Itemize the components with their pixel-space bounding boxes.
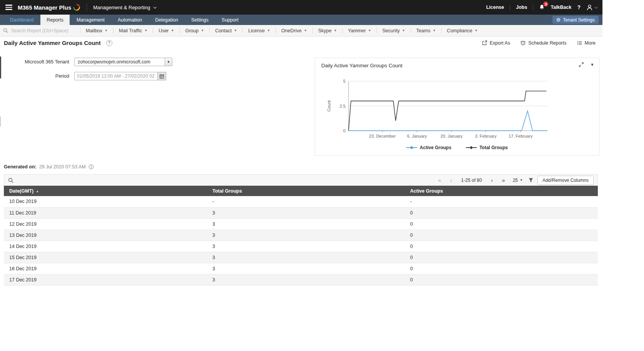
- report-table-body: 10 Dec 2019--11 Dec 20193012 Dec 2019301…: [4, 196, 598, 285]
- cell-active-groups: 0: [405, 252, 598, 263]
- cell-date-gmt: 14 Dec 2019: [4, 241, 207, 252]
- page-size-select[interactable]: 25 ▼: [511, 178, 524, 183]
- tab-settings[interactable]: Settings: [185, 15, 215, 25]
- report-menu-label: Mailbox: [86, 28, 102, 33]
- tab-dashboard[interactable]: Dashboard: [4, 15, 40, 25]
- collapsed-panel-handle-secondary[interactable]: [0, 116, 1, 126]
- table-row: 15 Dec 201930: [4, 252, 598, 263]
- module-switcher[interactable]: Management & Reporting: [93, 5, 156, 10]
- tab-reports[interactable]: Reports: [40, 15, 70, 25]
- cell-date-gmt: 16 Dec 2019: [4, 263, 207, 274]
- column-header-total-groups[interactable]: Total Groups: [207, 186, 405, 196]
- report-menu-teams[interactable]: Teams▼: [411, 28, 441, 33]
- report-menu-contact[interactable]: Contact▼: [210, 28, 242, 33]
- cell-date-gmt: 17 Dec 2019: [4, 274, 207, 285]
- gear-icon: ⚙: [556, 17, 561, 22]
- report-help-icon[interactable]: ?: [106, 40, 112, 46]
- next-page-button[interactable]: ›: [488, 176, 496, 184]
- jobs-link[interactable]: Jobs: [516, 5, 527, 10]
- cell-active-groups: 0: [405, 263, 598, 274]
- report-menu-mailbox[interactable]: Mailbox▼: [80, 28, 113, 33]
- export-as-button[interactable]: Export As: [482, 40, 511, 46]
- tab-delegation[interactable]: Delegation: [149, 15, 184, 25]
- search-input[interactable]: [10, 28, 80, 34]
- app-logo: M365 Manager Plus: [18, 4, 71, 11]
- prev-page-button[interactable]: ‹: [447, 176, 455, 184]
- legend-label: Active Groups: [420, 145, 451, 150]
- table-row: 13 Dec 201930: [4, 230, 598, 241]
- menu-icon[interactable]: [5, 5, 12, 10]
- calendar-button[interactable]: [158, 72, 166, 80]
- filter-icon[interactable]: [528, 178, 534, 183]
- top-bar: M365 Manager Plus Management & Reporting…: [0, 0, 602, 15]
- divider: [533, 5, 533, 10]
- expand-chart-icon[interactable]: [579, 62, 584, 67]
- tenant-select[interactable]: zohocorpwsmopm.onmicrosoft.com ▼: [74, 58, 172, 66]
- report-menu-user[interactable]: User▼: [153, 28, 179, 33]
- cell-date-gmt: 13 Dec 2019: [4, 230, 207, 241]
- schedule-reports-button[interactable]: Schedule Reports: [520, 40, 566, 46]
- tenant-label: Microsoft 365 Tenant: [0, 59, 69, 65]
- report-menu-license[interactable]: License▼: [243, 28, 275, 33]
- chart-title: Daily Active Yammer Groups Count: [321, 63, 402, 68]
- notification-badge: 3: [543, 2, 548, 7]
- report-menu-mail-traffic[interactable]: Mail Traffic▼: [113, 28, 153, 33]
- cell-date-gmt: 12 Dec 2019: [4, 218, 207, 230]
- legend-line-dot-icon: [406, 146, 417, 150]
- talkback-link[interactable]: TalkBack: [551, 5, 571, 10]
- svg-text:6. January: 6. January: [407, 134, 427, 138]
- svg-text:2.5: 2.5: [340, 104, 345, 108]
- module-switcher-label: Management & Reporting: [93, 5, 150, 10]
- notifications-bell-icon[interactable]: 3: [539, 4, 545, 10]
- tenant-settings-button[interactable]: ⚙ Tenant Settings: [552, 16, 599, 24]
- report-menu-compliance[interactable]: Compliance▼: [442, 28, 483, 33]
- user-avatar-icon: [586, 4, 593, 11]
- period-input[interactable]: [74, 72, 158, 80]
- info-icon[interactable]: [88, 164, 94, 170]
- report-filter-form: Microsoft 365 Tenant zohocorpwsmopm.onmi…: [0, 58, 172, 86]
- report-menu-skype[interactable]: Skype▼: [313, 28, 342, 33]
- cell-total-groups: 3: [207, 207, 405, 218]
- report-table-block: « ‹ 1-25 of 80 › » 25 ▼ Add/Remove Colum…: [4, 174, 598, 286]
- account-menu[interactable]: [586, 4, 597, 11]
- export-as-label: Export As: [490, 40, 511, 46]
- tab-automation[interactable]: Automation: [112, 15, 148, 25]
- report-menu-label: Yammer: [348, 28, 366, 33]
- chevron-down-icon: ▼: [201, 29, 204, 32]
- cell-date-gmt: 10 Dec 2019: [4, 196, 207, 207]
- chevron-down-icon: ▼: [334, 29, 337, 32]
- more-button[interactable]: More: [577, 40, 596, 46]
- report-menu-label: OneDrive: [281, 28, 302, 33]
- last-page-button[interactable]: »: [500, 176, 507, 184]
- cell-total-groups: 3: [207, 218, 405, 230]
- report-menu-label: License: [248, 28, 265, 33]
- chart-menu-chevron-icon[interactable]: ▼: [590, 62, 594, 67]
- column-header-date-gmt[interactable]: Date(GMT)▲: [4, 186, 207, 196]
- report-menu-security[interactable]: Security▼: [377, 28, 410, 33]
- tab-support[interactable]: Support: [215, 15, 245, 25]
- svg-text:17. February: 17. February: [509, 134, 533, 138]
- legend-active-groups[interactable]: Active Groups: [406, 145, 451, 150]
- divider: [87, 3, 87, 11]
- add-remove-columns-button[interactable]: Add/Remove Columns: [537, 176, 594, 185]
- svg-text:0: 0: [343, 128, 345, 133]
- chevron-down-icon: ▼: [304, 29, 307, 32]
- svg-text:3. February: 3. February: [475, 134, 497, 138]
- report-menu-group[interactable]: Group▼: [180, 28, 209, 33]
- tab-management[interactable]: Management: [70, 15, 111, 25]
- chevron-down-icon: ▼: [475, 29, 478, 32]
- legend-total-groups[interactable]: Total Groups: [466, 145, 508, 150]
- chevron-down-icon: ▼: [402, 29, 405, 32]
- chevron-down-icon: [594, 5, 597, 8]
- column-header-active-groups[interactable]: Active Groups: [405, 186, 598, 196]
- help-icon[interactable]: ?: [577, 4, 581, 10]
- report-menu-bar: Mailbox▼Mail Traffic▼User▼Group▼Contact▼…: [0, 25, 602, 37]
- cell-date-gmt: 11 Dec 2019: [4, 207, 207, 218]
- first-page-button[interactable]: «: [436, 176, 444, 184]
- table-search-icon[interactable]: [8, 178, 13, 183]
- report-menu-yammer[interactable]: Yammer▼: [343, 28, 377, 33]
- license-link[interactable]: License: [486, 5, 504, 10]
- report-menu-label: Teams: [416, 28, 430, 33]
- report-menu-onedrive[interactable]: OneDrive▼: [276, 28, 312, 33]
- cell-active-groups: 0: [405, 218, 598, 230]
